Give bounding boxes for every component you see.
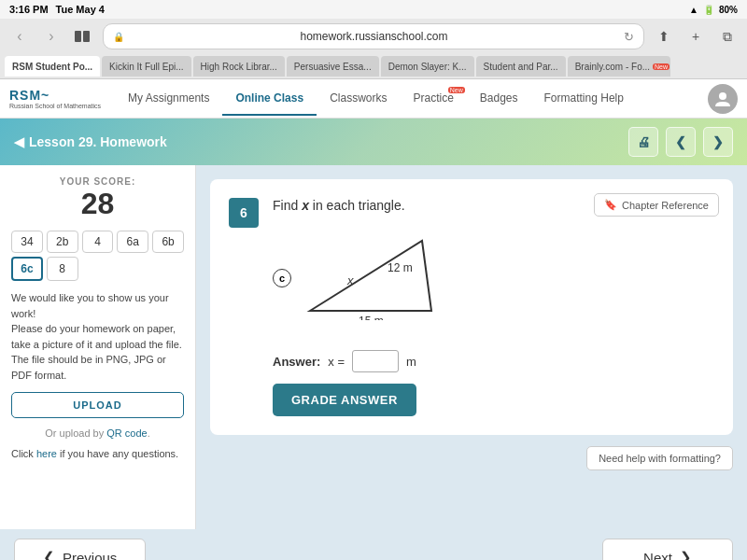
score-value: 28 <box>11 187 184 221</box>
new-badge: New <box>653 63 669 70</box>
print-icon: 🖨 <box>637 134 650 149</box>
left-panel: YOUR SCORE: 28 34 2b 4 6a 6b 6c 8 We wou… <box>0 165 196 529</box>
problem-grid: 34 2b 4 6a 6b 6c 8 <box>11 231 184 281</box>
lesson-prev-button[interactable]: ❮ <box>666 127 696 157</box>
address-text: homework.russianschool.com <box>132 30 616 43</box>
battery-icon: 🔋 <box>703 5 714 15</box>
instructions-text: We would like you to show us your work! … <box>11 290 184 383</box>
lock-icon: 🔒 <box>113 32 124 42</box>
tab-kickin[interactable]: Kickin It Full Epi... <box>102 56 190 77</box>
part-label: c <box>273 269 291 287</box>
next-arrow-icon: ❯ <box>680 549 692 560</box>
bookmark-icon: 🔖 <box>604 199 617 211</box>
next-button[interactable]: Next ❯ <box>602 539 733 560</box>
help-link[interactable]: here <box>36 448 57 459</box>
answer-eq: x = <box>328 355 345 369</box>
nav-tabs: My Assignments Online Class Classworks P… <box>115 82 708 116</box>
main-content: YOUR SCORE: 28 34 2b 4 6a 6b 6c 8 We wou… <box>0 165 747 529</box>
browser-tabs: RSM Student Po... Kickin It Full Epi... … <box>0 54 747 78</box>
tab-high-rock[interactable]: High Rock Librar... <box>193 56 285 77</box>
svg-text:15 m: 15 m <box>359 315 384 320</box>
tab-formatting-help[interactable]: Formatting Help <box>531 82 637 116</box>
logo-subtext: Russian School of Mathematics <box>9 103 101 109</box>
answer-label: Answer: <box>273 355 320 369</box>
reader-mode-button[interactable] <box>71 24 95 49</box>
chevron-right-icon: ❯ <box>712 134 724 149</box>
tab-badges[interactable]: Badges <box>467 82 531 116</box>
problem-figure: x 12 m 15 m <box>301 236 450 320</box>
browser-forward-button[interactable]: › <box>39 24 63 49</box>
lesson-next-button[interactable]: ❯ <box>703 127 733 157</box>
practice-new-badge: New <box>448 87 465 93</box>
back-icon: ◀ <box>14 134 24 149</box>
status-time: 3:16 PM <box>9 4 49 15</box>
problem-number: 6 <box>229 198 259 228</box>
tab-classworks[interactable]: Classworks <box>317 82 400 116</box>
chevron-left-icon: ❮ <box>675 134 686 149</box>
reload-icon[interactable]: ↻ <box>624 30 634 44</box>
problem-btn-6c[interactable]: 6c <box>11 257 43 281</box>
answer-row: Answer: x = m <box>273 350 416 372</box>
problem-btn-2b[interactable]: 2b <box>47 231 78 253</box>
formatting-help-row: Need help with formatting? <box>210 446 733 470</box>
browser-back-button[interactable]: ‹ <box>7 24 32 49</box>
status-day: Tue May 4 <box>56 4 105 15</box>
tab-brainly[interactable]: Brainly.com - Fo... New <box>568 56 670 77</box>
new-tab-button[interactable]: + <box>684 24 708 49</box>
lesson-title: Lesson 29. Homework <box>29 134 167 149</box>
tab-online-class[interactable]: Online Class <box>222 82 317 116</box>
address-bar[interactable]: 🔒 homework.russianschool.com ↻ <box>103 23 644 49</box>
problem-btn-6a[interactable]: 6a <box>117 231 148 253</box>
svg-text:x: x <box>346 273 354 287</box>
lesson-controls: 🖨 ❮ ❯ <box>628 127 733 157</box>
problem-btn-4[interactable]: 4 <box>82 231 114 253</box>
svg-rect-1 <box>83 31 90 42</box>
nav-buttons: ❮ Previous Next ❯ <box>0 529 747 560</box>
user-avatar[interactable] <box>708 84 738 114</box>
logo-text: RSM~ <box>9 88 49 103</box>
chapter-reference-button[interactable]: 🔖 Chapter Reference <box>594 193 719 217</box>
problem-area: 6 Find x in each triangle. c <box>210 179 733 435</box>
wifi-icon: ▲ <box>689 5 698 15</box>
print-button[interactable]: 🖨 <box>628 127 658 157</box>
previous-button[interactable]: ❮ Previous <box>14 539 146 560</box>
tab-demon-slayer[interactable]: Demon Slayer: K... <box>381 56 474 77</box>
qr-link: Or upload by QR code. <box>11 427 184 439</box>
browser-chrome: ‹ › 🔒 homework.russianschool.com ↻ ⬆ + ⧉… <box>0 19 747 79</box>
share-button[interactable]: ⬆ <box>652 24 676 49</box>
problem-content: Find x in each triangle. c x <box>273 198 714 416</box>
right-panel: 6 Find x in each triangle. c <box>196 165 747 529</box>
svg-marker-3 <box>310 241 431 311</box>
tab-persuasive[interactable]: Persuasive Essa... <box>287 56 379 77</box>
status-bar: 3:16 PM Tue May 4 ▲ 🔋 80% <box>0 0 747 19</box>
svg-rect-0 <box>75 31 81 42</box>
svg-text:12 m: 12 m <box>388 261 413 274</box>
problem-btn-34[interactable]: 34 <box>11 231 43 253</box>
formatting-help-button[interactable]: Need help with formatting? <box>586 446 733 470</box>
app-nav: RSM~ Russian School of Mathematics My As… <box>0 79 747 119</box>
rsm-logo: RSM~ Russian School of Mathematics <box>9 88 101 109</box>
problem-btn-6b[interactable]: 6b <box>152 231 184 253</box>
score-label: YOUR SCORE: <box>11 176 184 187</box>
lesson-header: ◀ Lesson 29. Homework 🖨 ❮ ❯ <box>0 119 747 165</box>
answer-unit: m <box>406 355 416 369</box>
score-section: YOUR SCORE: 28 <box>11 176 184 221</box>
answer-input[interactable] <box>352 350 399 372</box>
battery-level: 80% <box>719 5 738 15</box>
lesson-back-button[interactable]: ◀ Lesson 29. Homework <box>14 134 167 149</box>
tabs-button[interactable]: ⧉ <box>715 24 740 49</box>
upload-button[interactable]: UPLOAD <box>11 392 184 418</box>
tab-rsm-student[interactable]: RSM Student Po... <box>5 56 100 77</box>
problem-btn-8[interactable]: 8 <box>47 257 78 281</box>
tab-practice[interactable]: Practice New <box>400 82 466 116</box>
click-help-text: Click here if you have any questions. <box>11 448 184 459</box>
tab-my-assignments[interactable]: My Assignments <box>115 82 222 116</box>
svg-point-2 <box>719 92 726 100</box>
tab-student[interactable]: Student and Par... <box>476 56 566 77</box>
grade-answer-button[interactable]: GRADE ANSWER <box>273 384 416 416</box>
qr-code-link[interactable]: QR code <box>106 427 147 439</box>
prev-arrow-icon: ❮ <box>43 549 55 560</box>
